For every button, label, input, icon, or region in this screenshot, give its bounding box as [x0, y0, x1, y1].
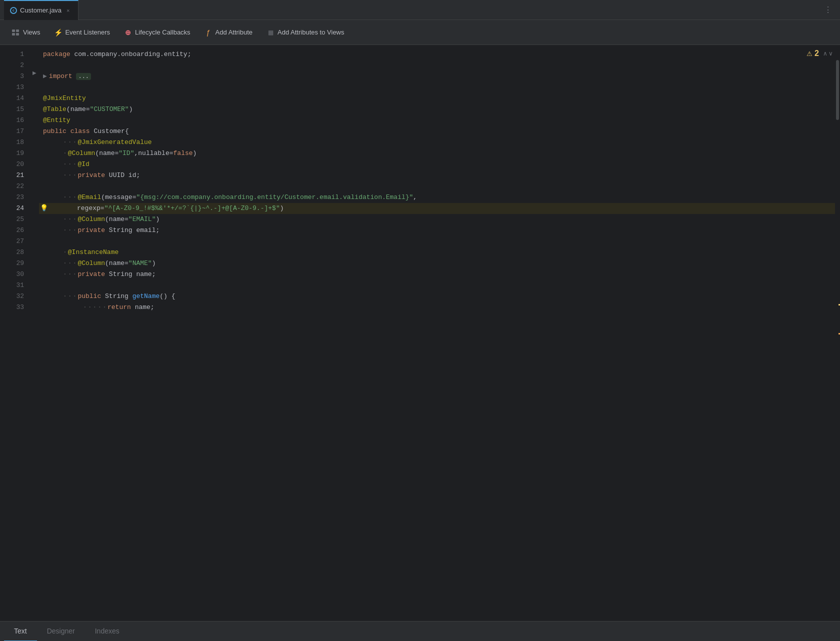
line-num-26: 26 [0, 225, 30, 236]
code-line-2 [39, 60, 835, 71]
svg-rect-2 [12, 33, 15, 36]
code-line-3: ▶ import ... [39, 71, 835, 82]
warning-count: 2 [814, 49, 819, 58]
code-line-18: ··· @JmixGeneratedValue [39, 137, 835, 148]
event-listeners-button[interactable]: ⚡ Event Listeners [48, 26, 116, 40]
lightning-icon: ⚡ [54, 28, 62, 36]
line-num-28: 28 [0, 247, 30, 258]
lifecycle-icon: ⊕ [124, 28, 132, 36]
code-line-14: @JmixEntity [39, 93, 835, 104]
toolbar: Views ⚡ Event Listeners ⊕ Lifecycle Call… [0, 20, 840, 45]
code-line-32: ··· public String getName() { [39, 291, 835, 302]
add-to-views-icon: ▦ [266, 28, 274, 36]
scrollbar-thumb[interactable] [836, 60, 839, 120]
nav-arrows: ∧ ∨ [823, 50, 833, 57]
line-num-2: 2 [0, 60, 30, 71]
fold-arrow-3[interactable]: ▶ [30, 67, 39, 78]
add-attribute-label: Add Attribute [216, 28, 252, 36]
text-tab-label: Text [14, 627, 27, 635]
bottom-tab-bar: Text Designer Indexes [0, 621, 840, 641]
line-numbers: 1 2 3 13 14 15 16 17 18 19 20 21 22 23 2… [0, 45, 30, 621]
line-num-31: 31 [0, 280, 30, 291]
views-label: Views [23, 28, 40, 36]
kw-package: package [43, 49, 70, 60]
views-button[interactable]: Views [6, 26, 46, 40]
code-line-25: ··· @Column(name = "EMAIL") [39, 214, 835, 225]
code-line-29: ··· @Column(name = "NAME") [39, 258, 835, 269]
file-tab[interactable]: c Customer.java × [4, 0, 78, 20]
lifecycle-callbacks-label: Lifecycle Callbacks [135, 28, 190, 36]
code-line-21: ··· private UUID id; [39, 170, 835, 181]
event-listeners-label: Event Listeners [65, 28, 110, 36]
line-num-18: 18 [0, 137, 30, 148]
svg-rect-3 [16, 33, 19, 36]
indexes-tab-label: Indexes [95, 627, 120, 635]
line-num-27: 27 [0, 236, 30, 247]
warning-bulb-icon[interactable]: 💡 [40, 203, 48, 214]
text-tab[interactable]: Text [4, 622, 37, 642]
svg-rect-0 [12, 30, 15, 32]
line-num-13: 13 [0, 82, 30, 93]
code-line-22 [39, 181, 835, 192]
code-line-31 [39, 280, 835, 291]
indexes-tab[interactable]: Indexes [85, 622, 130, 642]
gutter: ▶ [30, 45, 39, 621]
line-num-29: 29 [0, 258, 30, 269]
tab-menu-button[interactable]: ⋮ [820, 5, 836, 14]
add-attributes-to-views-label: Add Attributes to Views [278, 28, 344, 36]
views-icon [12, 28, 20, 36]
add-attributes-to-views-button[interactable]: ▦ Add Attributes to Views [260, 26, 350, 40]
code-line-26: ··· private String email; [39, 225, 835, 236]
add-attribute-button[interactable]: ƒ Add Attribute [198, 26, 258, 40]
code-line-33: ····· return name; [39, 302, 835, 313]
code-line-28: · @InstanceName [39, 247, 835, 258]
line-num-22: 22 [0, 181, 30, 192]
fold-icon-3: ▶ [43, 71, 47, 82]
line-num-30: 30 [0, 269, 30, 280]
code-line-16: @Entity [39, 115, 835, 126]
folded-import[interactable]: ... [76, 73, 91, 80]
line-num-20: 20 [0, 159, 30, 170]
add-attribute-icon: ƒ [204, 28, 212, 36]
line-num-19: 19 [0, 148, 30, 159]
line-num-21: 21 [0, 170, 30, 181]
line-num-17: 17 [0, 126, 30, 137]
line-num-23: 23 [0, 192, 30, 203]
lifecycle-callbacks-button[interactable]: ⊕ Lifecycle Callbacks [118, 26, 196, 40]
line-num-15: 15 [0, 104, 30, 115]
code-line-27 [39, 236, 835, 247]
tab-bar-left: c Customer.java × [4, 0, 78, 20]
line-num-3: 3 [0, 71, 30, 82]
tab-bar: c Customer.java × ⋮ [0, 0, 840, 20]
designer-tab-label: Designer [47, 627, 75, 635]
svg-rect-1 [16, 30, 19, 32]
code-line-24: 💡 regexp = "^[A-Z0-9_!#$%&'*+/=?`{|}~^.-… [39, 203, 835, 214]
code-line-20: ··· @Id [39, 159, 835, 170]
warning-area: ⚠ 2 ∧ ∨ [806, 49, 833, 58]
code-line-19: · @Column(name = "ID", nullable = false) [39, 148, 835, 159]
prev-warning-button[interactable]: ∧ [823, 50, 828, 57]
next-warning-button[interactable]: ∨ [828, 50, 833, 57]
code-editor[interactable]: package com.company.onboarding.entity; ▶… [39, 45, 835, 621]
vertical-scrollbar[interactable] [835, 45, 840, 621]
java-file-icon: c [10, 7, 17, 14]
tab-filename: Customer.java [20, 6, 62, 14]
line-num-1: 1 [0, 49, 30, 60]
code-line-17: public class Customer { [39, 126, 835, 137]
editor-window: c Customer.java × ⋮ Views ⚡ Event Liste [0, 0, 840, 641]
line-num-25: 25 [0, 214, 30, 225]
code-line-13 [39, 82, 835, 93]
line-num-24: 24 [0, 203, 30, 214]
designer-tab[interactable]: Designer [37, 622, 85, 642]
line-num-14: 14 [0, 93, 30, 104]
line-num-16: 16 [0, 115, 30, 126]
code-line-23: ··· @Email(message = "{msg://com.company… [39, 192, 835, 203]
editor-area: ⚠ 2 ∧ ∨ 1 2 3 13 14 15 16 17 18 19 20 21… [0, 45, 840, 621]
line-num-32: 32 [0, 291, 30, 302]
line-num-33: 33 [0, 302, 30, 313]
tab-close-button[interactable]: × [64, 6, 72, 14]
code-line-15: @Table(name = "CUSTOMER") [39, 104, 835, 115]
warning-triangle-icon: ⚠ [806, 50, 812, 58]
kw-import: import [49, 71, 72, 82]
code-line-30: ··· private String name; [39, 269, 835, 280]
